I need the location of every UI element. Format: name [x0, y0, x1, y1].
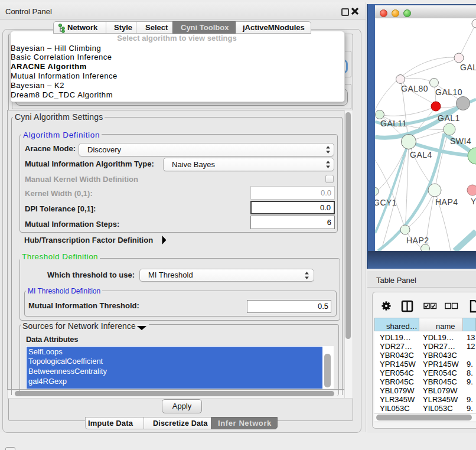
svg-text:Y: Y: [471, 197, 476, 206]
svg-text:SWI4: SWI4: [450, 136, 471, 146]
svg-text:GAL11: GAL11: [380, 119, 407, 128]
svg-text:GAL1: GAL1: [438, 113, 460, 123]
svg-text:GAL: GAL: [460, 63, 476, 72]
svg-text:HAP2: HAP2: [406, 236, 429, 245]
svg-text:HAP4: HAP4: [435, 197, 458, 207]
svg-text:GAL10: GAL10: [435, 87, 462, 97]
svg-text:GCY1: GCY1: [375, 198, 397, 207]
svg-text:GAL4: GAL4: [410, 150, 432, 159]
svg-text:GAL80: GAL80: [401, 84, 428, 93]
